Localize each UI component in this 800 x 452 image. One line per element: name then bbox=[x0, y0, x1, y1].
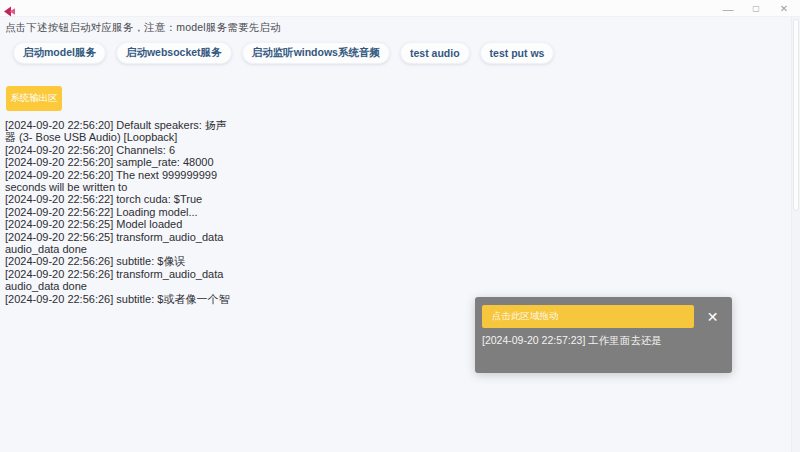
instruction-text: 点击下述按钮启动对应服务，注意：model服务需要先启动 bbox=[5, 21, 281, 35]
minimize-button[interactable]: — bbox=[714, 0, 742, 17]
app-feather-icon bbox=[4, 3, 15, 14]
log-line: 器 (3- Bose USB Audio) [Loopback] bbox=[5, 131, 255, 143]
overlay-log-line: [2024-09-20 22:57:23] 工作里面去还是 bbox=[482, 334, 662, 348]
overlay-close-icon[interactable]: ✕ bbox=[699, 305, 726, 328]
log-line: [2024-09-20 22:56:22] Loading model... bbox=[5, 206, 255, 218]
log-line: [2024-09-20 22:56:26] subtitle: $像误 bbox=[5, 255, 255, 267]
log-line: [2024-09-20 22:56:20] sample_rate: 48000 bbox=[5, 156, 255, 168]
log-line: [2024-09-20 22:56:25] transform_audio_da… bbox=[5, 231, 255, 243]
log-line: [2024-09-20 22:56:20] The next 999999999 bbox=[5, 169, 255, 181]
service-button[interactable]: 启动model服务 bbox=[13, 42, 106, 64]
log-line: [2024-09-20 22:56:26] subtitle: $或者像一个智 bbox=[5, 293, 255, 305]
scrollbar-thumb[interactable] bbox=[793, 19, 799, 211]
log-line: audio_data done bbox=[5, 243, 255, 255]
log-line: [2024-09-20 22:56:22] torch cuda: $True bbox=[5, 193, 255, 205]
log-line: [2024-09-20 22:56:20] Default speakers: … bbox=[5, 119, 255, 131]
log-line: [2024-09-20 22:56:20] Channels: 6 bbox=[5, 144, 255, 156]
titlebar[interactable]: — ▢ ✕ bbox=[0, 0, 800, 17]
subtitle-overlay-panel[interactable]: 点击此区域拖动 ✕ [2024-09-20 22:57:23] 工作里面去还是 bbox=[475, 297, 732, 373]
system-output-log[interactable]: [2024-09-20 22:56:20] Default speakers: … bbox=[5, 119, 255, 305]
log-line: [2024-09-20 22:56:26] transform_audio_da… bbox=[5, 268, 255, 280]
log-line: [2024-09-20 22:56:25] Model loaded bbox=[5, 218, 255, 230]
service-button[interactable]: test put ws bbox=[480, 42, 555, 64]
log-line: seconds will be written to bbox=[5, 181, 255, 193]
service-button[interactable]: test audio bbox=[400, 42, 470, 64]
system-output-section-button[interactable]: 系统输出区 bbox=[6, 86, 62, 111]
service-button[interactable]: 启动监听windows系统音频 bbox=[242, 42, 390, 64]
vertical-scrollbar[interactable] bbox=[791, 17, 800, 452]
window-controls: — ▢ ✕ bbox=[714, 0, 798, 17]
maximize-button[interactable]: ▢ bbox=[742, 0, 770, 17]
close-button[interactable]: ✕ bbox=[770, 0, 798, 17]
log-line: audio_data done bbox=[5, 280, 255, 292]
service-button[interactable]: 启动websocket服务 bbox=[116, 42, 232, 64]
service-button-row: 启动model服务启动websocket服务启动监听windows系统音频tes… bbox=[13, 42, 554, 64]
overlay-drag-handle[interactable]: 点击此区域拖动 bbox=[482, 305, 694, 328]
